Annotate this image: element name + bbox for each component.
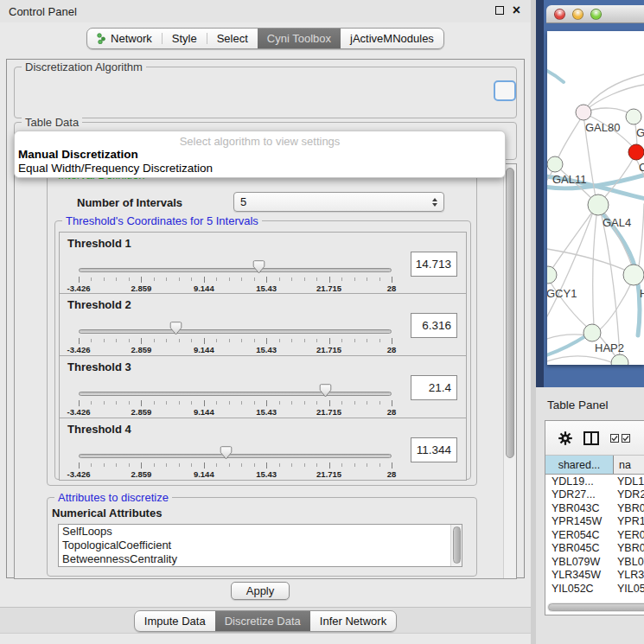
slider-tick	[316, 463, 317, 467]
zoom-traffic-light-icon[interactable]	[590, 9, 602, 20]
column-header-name[interactable]: na	[614, 456, 644, 474]
tab-select[interactable]: Select	[207, 29, 258, 48]
network-node-hap2[interactable]	[583, 324, 601, 341]
network-node-gal80[interactable]	[576, 105, 591, 120]
network-edge-highlighted[interactable]	[547, 336, 585, 356]
attribute-item-betweennesscentrality[interactable]: BetweennessCentrality	[59, 552, 462, 566]
table-row[interactable]: YBR043CYBR043C	[545, 501, 644, 515]
network-graph[interactable]: GAL80GCGAL11GAL4GCY1HHAP2	[547, 31, 644, 365]
network-node-g[interactable]	[626, 109, 641, 124]
minimize-traffic-light-icon[interactable]	[572, 9, 583, 20]
attributes-scrollbar[interactable]	[450, 525, 462, 566]
algorithm-combobox[interactable]	[494, 80, 516, 101]
network-edge[interactable]	[585, 108, 633, 115]
table-row[interactable]: YLR345WYLR345W	[545, 569, 644, 583]
apply-button[interactable]: Apply	[231, 582, 290, 600]
network-node-gal4[interactable]	[588, 194, 609, 215]
settings-scrollbar-thumb[interactable]	[506, 168, 514, 458]
attribute-item-selfloops[interactable]: SelfLoops	[59, 525, 462, 539]
network-edge-highlighted[interactable]	[547, 69, 564, 82]
table-row[interactable]: YBR045CYBR045C	[545, 542, 644, 556]
slider-tick	[229, 339, 230, 342]
tab-impute-data[interactable]: Impute Data	[135, 611, 215, 631]
table-row[interactable]: YDR27...YDR27	[545, 488, 644, 502]
network-node-h[interactable]	[623, 265, 644, 285]
threshold-panel: Threshold 2-3.4262.8599.14415.4321.71528…	[59, 294, 467, 356]
table-row[interactable]: YPR145WYPR145W	[545, 515, 644, 529]
slider-tick	[392, 338, 392, 344]
slider-track[interactable]	[79, 454, 392, 458]
network-node-gal11[interactable]	[547, 156, 563, 172]
threshold-slider[interactable]: -3.4262.8599.14415.4321.71528	[79, 380, 392, 417]
thresholds-group-title: Threshold's Coordinates for 5 Intervals	[62, 214, 262, 227]
algorithm-dropdown-popup: Select algorithm to view settings Manual…	[14, 131, 506, 178]
threshold-slider[interactable]: -3.4262.8599.14415.4321.71528	[79, 443, 392, 479]
slider-tick	[266, 462, 267, 469]
threshold-value-field[interactable]: 21.4	[411, 375, 457, 400]
slider-tick	[191, 277, 192, 281]
close-icon[interactable]: ×	[513, 4, 520, 16]
column-header-shared-name[interactable]: shared...	[545, 456, 614, 474]
slider-thumb[interactable]	[319, 384, 332, 398]
slider-tick	[329, 462, 330, 469]
network-edge[interactable]	[557, 114, 583, 162]
slider-tick	[241, 339, 242, 342]
panel-title: Control Panel	[9, 5, 77, 18]
slider-thumb[interactable]	[252, 260, 265, 274]
settings-scrollbar[interactable]	[503, 164, 516, 578]
tab-style[interactable]: Style	[163, 29, 207, 48]
network-edge[interactable]	[593, 208, 597, 327]
slider-track[interactable]	[79, 268, 392, 272]
slider-scale-label: 2.859	[131, 284, 152, 293]
table-row[interactable]: YIL052CYIL052C	[545, 582, 644, 596]
cell-name: YBR043C	[614, 502, 644, 514]
attribute-item-topologicalcoefficient[interactable]: TopologicalCoefficient	[59, 539, 462, 552]
network-node-gcy1[interactable]	[547, 266, 557, 284]
close-traffic-light-icon[interactable]	[554, 9, 565, 20]
network-edge[interactable]	[547, 207, 595, 316]
slider-thumb[interactable]	[169, 322, 182, 335]
network-edge[interactable]	[584, 74, 644, 111]
network-edge[interactable]	[585, 85, 644, 111]
tab-cyni-toolbox[interactable]: Cyni Toolbox	[258, 29, 341, 48]
number-of-intervals-combobox[interactable]: 5	[233, 192, 444, 212]
network-window-titlebar[interactable]	[546, 5, 644, 23]
network-edge[interactable]	[547, 356, 614, 363]
threshold-value-field[interactable]: 11.344	[411, 437, 457, 462]
tab-discretize-data[interactable]: Discretize Data	[215, 611, 310, 631]
checkbox-filter-icons[interactable]	[610, 434, 630, 443]
columns-icon[interactable]	[583, 431, 599, 445]
tab-jactivemnodules[interactable]: jActiveMNodules	[341, 29, 443, 48]
numerical-attributes-list[interactable]: SelfLoopsTopologicalCoefficientBetweenne…	[58, 524, 462, 567]
attributes-scrollbar-thumb[interactable]	[453, 526, 461, 564]
table-row[interactable]: YBL079WYBL079W	[545, 555, 644, 569]
threshold-panels: Threshold 1-3.4262.8599.14415.4321.71528…	[59, 232, 467, 481]
slider-thumb[interactable]	[220, 446, 233, 460]
table-hscrollbar[interactable]	[547, 603, 644, 612]
network-edge[interactable]	[547, 249, 630, 272]
network-canvas[interactable]: GAL80GCGAL11GAL4GCY1HHAP2	[547, 31, 644, 365]
table-header-row: shared... na	[545, 456, 644, 475]
algorithm-option-manual-discretization[interactable]: Manual Discretization	[15, 148, 505, 162]
slider-track[interactable]	[79, 329, 392, 334]
threshold-value-field[interactable]: 14.713	[411, 252, 457, 277]
network-edge[interactable]	[637, 204, 644, 276]
slider-tick	[229, 277, 230, 281]
tab-network[interactable]: Network	[87, 29, 162, 48]
table-row[interactable]: YDL19...YDL19	[545, 475, 644, 488]
network-node[interactable]	[611, 354, 628, 365]
threshold-slider[interactable]: -3.4262.8599.14415.4321.71528	[79, 257, 392, 293]
table-hscrollbar-thumb[interactable]	[548, 603, 644, 611]
slider-tick	[141, 400, 142, 406]
float-window-icon[interactable]	[495, 6, 504, 15]
algorithm-option-equal-width-frequency-discretization[interactable]: Equal Width/Frequency Discretization	[15, 162, 505, 175]
slider-tick	[104, 339, 105, 342]
threshold-slider[interactable]: -3.4262.8599.14415.4321.71528	[79, 318, 392, 354]
slider-tick	[329, 338, 330, 344]
gear-icon[interactable]	[558, 431, 572, 445]
tab-infer-network[interactable]: Infer Network	[310, 611, 396, 631]
network-node-c[interactable]	[628, 144, 644, 160]
slider-track[interactable]	[79, 392, 392, 396]
table-row[interactable]: YER054CYER054C	[545, 528, 644, 542]
threshold-value-field[interactable]: 6.316	[411, 313, 457, 338]
